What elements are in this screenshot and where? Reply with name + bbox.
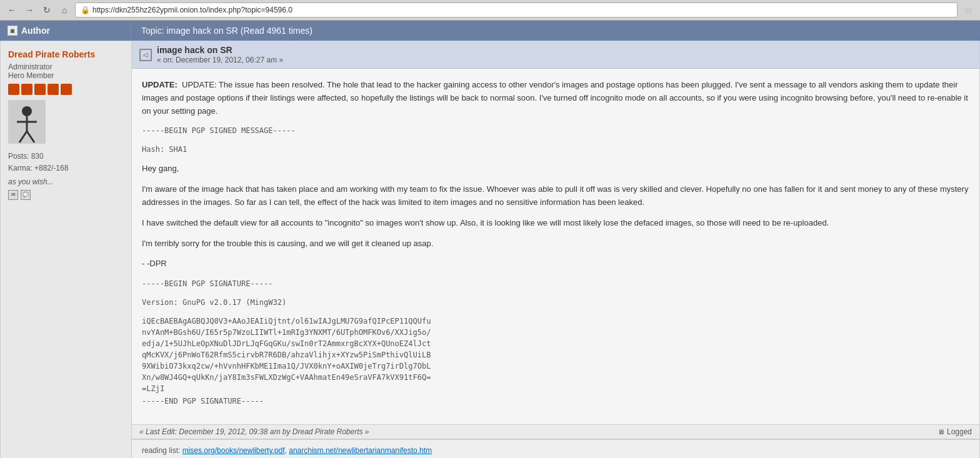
post-footer: « Last Edit: December 19, 2012, 09:38 am… [132, 424, 979, 439]
url-display: https://dkn255hz262ypmii.onion.to/index.… [92, 6, 292, 14]
author-role: Administrator [8, 62, 124, 71]
reading-list: reading list: mises.org/books/newliberty… [142, 446, 969, 455]
pgp-sig6: Xn/w8WJ4GQ+qUkKn/jaY8Im3sFWLXDzWgC+VAAhm… [142, 373, 431, 382]
browser-chrome: ← → ↻ ⌂ 🔒 https://dkn255hz262ypmii.onion… [0, 0, 980, 21]
bookmark-button[interactable]: ☆ [961, 3, 975, 17]
pgp-sig-begin: -----BEGIN PGP SIGNATURE----- [142, 278, 969, 289]
pgp-sig7: =LZjI [142, 384, 164, 393]
forum-header-topic-cell: Topic: image hack on SR (Read 4961 times… [131, 21, 980, 41]
pgp-sig4: qMcKVX/j6PnWoT62RfmS5cirvbR7R6DB/ahzaVli… [142, 351, 431, 359]
author-name[interactable]: Dread Pirate Roberts [8, 49, 124, 60]
home-button[interactable]: ⌂ [58, 3, 71, 17]
hash-line: Hash: SHA1 [142, 144, 969, 155]
browser-nav-bar: ← → ↻ ⌂ 🔒 https://dkn255hz262ypmii.onion… [0, 0, 980, 20]
pgp-version: Version: GnuPG v2.0.17 (MingW32) [142, 297, 969, 308]
forum-container: ▣ Author Topic: image hack on SR (Read 4… [0, 21, 980, 458]
post-content: ◁ image hack on SR « on: December 19, 20… [132, 41, 979, 458]
reading-list-link-2[interactable]: anarchism.net/newlibertarianmanifesto.ht… [289, 446, 432, 455]
forum-header-author-cell: ▣ Author [0, 21, 131, 41]
reply-icon: ◁ [139, 49, 152, 61]
topic-title: Topic: image hack on SR (Read 4961 times… [141, 26, 312, 36]
pgp-sig5: 9XWibiO73kxq2cw/+hVvnhHFKbME1Ima1Q/JVX0k… [142, 362, 431, 371]
post-update-paragraph: UPDATE: UPDATE: The issue has been resol… [142, 79, 969, 117]
author-badges [8, 84, 124, 95]
author-karma: Karma: +882/-168 [8, 162, 124, 174]
last-edit-text: « Last Edit: December 19, 2012, 09:38 am… [139, 427, 369, 436]
post-date: « on: December 19, 2012, 06:27 am » [157, 56, 283, 64]
para3: I'm terribly sorry for the trouble this … [142, 237, 969, 251]
profile-icon[interactable]: 💬 [21, 190, 31, 200]
badge-3 [34, 84, 46, 95]
pgp-sig-block: iQEcBAEBAgAGBQJQ0V3+AAoJEAIiQjtnt/ol61wI… [142, 316, 969, 394]
sign-off: - -DPR [142, 257, 969, 271]
signature-area: reading list: mises.org/books/newliberty… [132, 439, 979, 458]
forum-icon: ▣ [8, 26, 18, 36]
badge-4 [48, 84, 59, 95]
reading-list-link-1[interactable]: mises.org/books/newliberty.pdf [182, 446, 285, 455]
author-action-icons: ✉ 💬 [8, 190, 124, 200]
pgp-begin-line: -----BEGIN PGP SIGNED MESSAGE----- [142, 125, 969, 136]
para2: I have switched the default view for all… [142, 217, 969, 230]
back-button[interactable]: ← [5, 3, 19, 17]
update-text: UPDATE: The issue has been resolved. The… [142, 80, 968, 116]
author-stats: Posts: 830 Karma: +882/-168 [8, 151, 124, 174]
post-body: UPDATE: UPDATE: The issue has been resol… [132, 69, 979, 424]
greeting-paragraph: Hey gang, [142, 162, 969, 176]
badge-5 [61, 84, 72, 95]
refresh-button[interactable]: ↻ [40, 3, 54, 17]
author-column-label: Author [21, 26, 50, 36]
post-header: ◁ image hack on SR « on: December 19, 20… [132, 41, 979, 69]
pgp-sig-end: -----END PGP SIGNATURE----- [142, 396, 969, 407]
forum-body: Dread Pirate Roberts Administrator Hero … [0, 41, 980, 458]
pgp-sig1: iQEcBAEBAgAGBQJQ0V3+AAoJEAIiQjtnt/ol61wI… [142, 317, 431, 326]
pgp-sig2: nvYAnM+BGsh6U/I65r5p7WzoLIIWTl+1mRIg3YNX… [142, 328, 431, 337]
para1: I'm aware of the image hack that has tak… [142, 183, 969, 209]
forward-button[interactable]: → [22, 3, 36, 17]
author-rank: Hero Member [8, 71, 124, 80]
post-title: image hack on SR [157, 45, 232, 55]
logged-indicator: 🖥 Logged [938, 427, 972, 436]
badge-2 [21, 84, 32, 95]
logged-icon: 🖥 [938, 428, 944, 436]
logged-text: Logged [947, 427, 972, 436]
author-sidebar: Dread Pirate Roberts Administrator Hero … [1, 41, 132, 458]
avatar-image [8, 100, 46, 144]
send-message-icon[interactable]: ✉ [8, 190, 18, 200]
avatar [8, 100, 124, 146]
address-bar[interactable]: 🔒 https://dkn255hz262ypmii.onion.to/inde… [75, 2, 958, 17]
author-motto: as you wish... [8, 177, 124, 186]
pgp-sig3: edja/1+5UJhLeOpXNuDlJDrLJqFGqGKu/swIn0rT… [142, 339, 431, 348]
author-posts: Posts: 830 [8, 151, 124, 162]
badge-1 [8, 84, 19, 95]
svg-point-1 [22, 106, 32, 116]
reading-list-label: reading list: [142, 446, 182, 455]
forum-header: ▣ Author Topic: image hack on SR (Read 4… [0, 21, 980, 41]
